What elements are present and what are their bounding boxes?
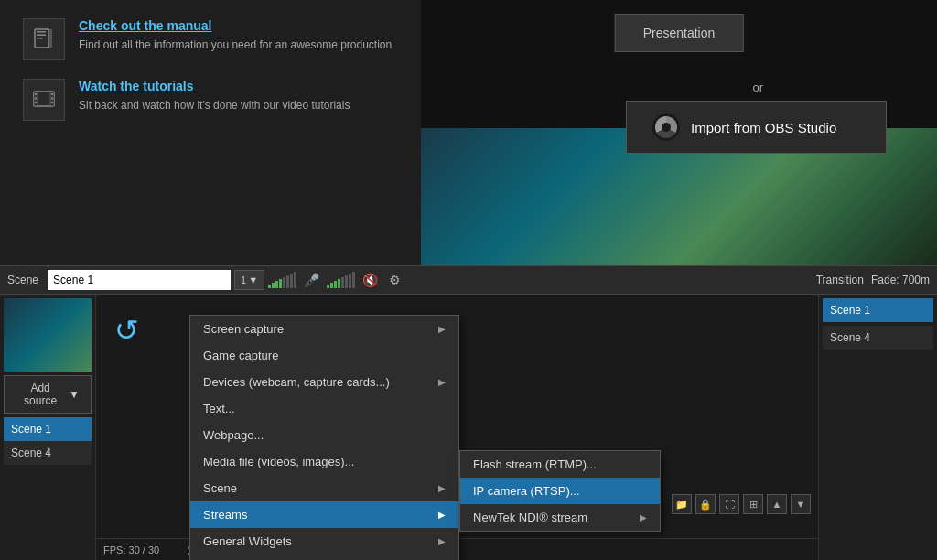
svg-rect-1 — [37, 31, 46, 33]
vol-bar — [338, 279, 340, 288]
transition-label: Transition — [816, 274, 864, 286]
menu-item-media-file-label: Media file (videos, images)... — [203, 455, 354, 468]
fps-value: 30 / 30 — [129, 544, 160, 555]
svg-rect-10 — [35, 102, 37, 103]
move-down-icon-button[interactable]: ▼ — [791, 494, 811, 514]
submenu-arrow-icon: ▶ — [640, 512, 647, 522]
menu-item-webpage[interactable]: Webpage... — [190, 422, 458, 448]
scene1-button[interactable]: Scene 1 — [4, 417, 92, 441]
vol-bar — [345, 275, 348, 288]
streams-submenu: Flash stream (RTMP)... IP camera (RTSP).… — [459, 450, 661, 532]
vol-bar — [286, 275, 289, 288]
scene-number-btn[interactable]: 1 ▼ — [234, 270, 264, 290]
dropdown-chevron-icon: ▼ — [248, 275, 258, 285]
fps-label-text: FPS: — [103, 544, 125, 555]
submenu-arrow-icon: ▶ — [438, 324, 446, 334]
tutorial-desc: Sit back and watch how it's done with ou… — [79, 98, 350, 113]
presentation-button[interactable]: Presentation — [615, 14, 744, 52]
add-source-button[interactable]: Add source ▼ — [4, 375, 92, 414]
transition-value: Fade: 700m — [871, 274, 930, 286]
submenu-item-flash-stream[interactable]: Flash stream (RTMP)... — [460, 451, 660, 478]
or-label: or — [752, 81, 763, 94]
scene-name-input[interactable] — [48, 270, 231, 290]
obs-logo-circle — [655, 116, 677, 138]
right-scene1-button[interactable]: Scene 1 — [823, 298, 933, 322]
vol-bar — [327, 285, 329, 288]
menu-item-scene-label: Scene — [203, 481, 237, 495]
sources-area: ↺ 📁 🔒 ⛶ ⊞ ▲ ▼ FPS: 30 / 30 (GTX 1050 Ti)… — [96, 295, 818, 560]
volume-bars-left — [268, 272, 296, 288]
menu-item-game-capture[interactable]: Game capture — [190, 342, 458, 369]
menu-item-facebook-widgets[interactable]: f Facebook Widgets ▶ — [190, 555, 458, 560]
settings-gear-button[interactable]: ⚙ — [385, 273, 404, 287]
vol-bar — [272, 283, 275, 288]
right-scene4-button[interactable]: Scene 4 — [823, 326, 933, 350]
add-source-context-menu: Screen capture ▶ Game capture Devices (w… — [189, 315, 459, 560]
obs-import-button[interactable]: Import from OBS Studio — [626, 101, 887, 154]
obs-import-label: Import from OBS Studio — [691, 120, 836, 135]
grid-icon-button[interactable]: ⊞ — [743, 494, 763, 514]
preview-area: Presentation or Import from OBS Studio — [421, 0, 937, 265]
manual-desc: Find out all the information you need fo… — [79, 38, 392, 53]
svg-rect-12 — [51, 98, 53, 100]
menu-item-game-capture-label: Game capture — [203, 349, 278, 362]
menu-item-media-file[interactable]: Media file (videos, images)... — [190, 448, 458, 475]
submenu-item-newtek[interactable]: NewTek NDI® stream ▶ — [460, 504, 660, 531]
menu-item-scene[interactable]: Scene ▶ — [190, 475, 458, 501]
vol-bar — [290, 274, 293, 288]
vol-bar — [334, 281, 337, 288]
menu-item-text[interactable]: Text... — [190, 395, 458, 422]
manual-item: Check out the manual Find out all the in… — [23, 18, 398, 60]
scene-toolbar-label: Scene — [7, 274, 38, 286]
menu-item-screen-capture-label: Screen capture — [203, 322, 284, 336]
tutorial-title[interactable]: Watch the tutorials — [79, 79, 350, 93]
tutorial-text: Watch the tutorials Sit back and watch h… — [79, 79, 350, 113]
transition-area: Transition Fade: 700m — [816, 274, 930, 286]
scene-thumb — [4, 298, 92, 372]
svg-rect-8 — [35, 93, 37, 95]
folder-icon-button[interactable]: 📁 — [672, 494, 692, 514]
volume-bars-right — [327, 272, 355, 288]
move-up-icon-button[interactable]: ▲ — [767, 494, 787, 514]
add-source-label: Add source — [16, 382, 65, 407]
svg-rect-2 — [37, 35, 46, 37]
submenu-arrow-icon: ▶ — [438, 536, 446, 546]
vol-bar — [349, 274, 351, 288]
submenu-arrow-icon: ▶ — [438, 377, 446, 387]
menu-item-devices[interactable]: Devices (webcam, capture cards...) ▶ — [190, 369, 458, 395]
left-panel: Check out the manual Find out all the in… — [0, 0, 421, 265]
vol-bar — [352, 272, 355, 288]
tutorial-item: Watch the tutorials Sit back and watch h… — [23, 79, 398, 121]
menu-item-text-label: Text... — [203, 402, 235, 415]
right-scene4-label: Scene 4 — [830, 331, 870, 344]
menu-item-streams-label: Streams — [203, 508, 247, 522]
menu-item-streams[interactable]: Streams ▶ — [190, 501, 458, 528]
vol-bar — [279, 279, 282, 288]
manual-title[interactable]: Check out the manual — [79, 18, 392, 33]
menu-item-screen-capture[interactable]: Screen capture ▶ — [190, 316, 458, 342]
submenu-newtek-label: NewTek NDI® stream — [473, 511, 587, 524]
submenu-item-ip-camera[interactable]: IP camera (RTSP)... — [460, 478, 660, 504]
fullscreen-icon-button[interactable]: ⛶ — [719, 494, 739, 514]
right-panel: Scene 1 Scene 4 — [818, 295, 937, 560]
vol-bar — [330, 283, 333, 288]
right-scene1-label: Scene 1 — [830, 304, 870, 317]
vol-bar — [341, 277, 344, 288]
mic-mute-button[interactable]: 🎤 — [300, 273, 323, 287]
vol-bar — [275, 281, 278, 288]
svg-rect-13 — [51, 102, 53, 103]
scene4-button[interactable]: Scene 4 — [4, 441, 92, 465]
vol-bar — [283, 277, 285, 288]
obs-logo-icon — [652, 113, 680, 141]
bottom-section: Add source ▼ Scene 1 Scene 4 ↺ 📁 🔒 ⛶ ⊞ ▲… — [0, 295, 937, 560]
add-source-chevron-icon: ▼ — [69, 388, 80, 401]
scene-number-label: 1 — [241, 275, 246, 285]
source-controls: 📁 🔒 ⛶ ⊞ ▲ ▼ — [672, 494, 811, 514]
scenes-panel: Add source ▼ Scene 1 Scene 4 — [0, 295, 96, 560]
lock-icon-button[interactable]: 🔒 — [695, 494, 716, 514]
speaker-mute-button[interactable]: 🔇 — [359, 273, 382, 287]
menu-item-general-widgets[interactable]: General Widgets ▶ — [190, 528, 458, 555]
svg-rect-11 — [51, 93, 53, 95]
tutorial-icon — [23, 79, 65, 121]
top-section: Check out the manual Find out all the in… — [0, 0, 937, 265]
